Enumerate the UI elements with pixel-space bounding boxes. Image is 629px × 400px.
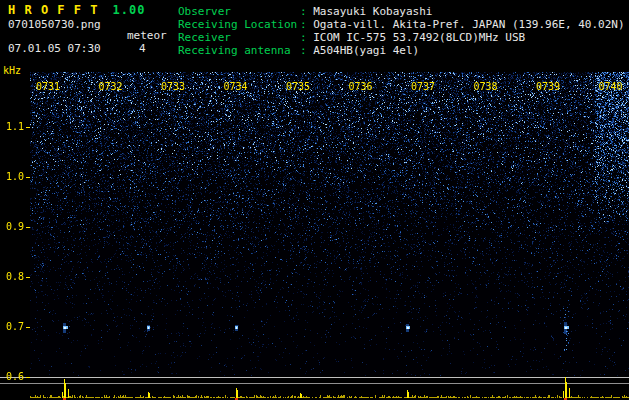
info-colon: : — [300, 31, 313, 44]
freq-tick-label: 0.8 — [0, 271, 24, 282]
info-value: Ogata-vill. Akita-Pref. JAPAN (139.96E, … — [313, 18, 624, 31]
output-filename: 0701050730.png — [8, 18, 101, 31]
meteor-count: 4 — [139, 42, 146, 55]
freq-tick-label: 0.9 — [0, 221, 24, 232]
app-version: 1.00 — [112, 3, 145, 17]
info-label: Receiving antenna — [178, 44, 300, 57]
hrofft-screen: H R O F F T1.00 0701050730.png meteor 07… — [0, 0, 629, 400]
info-label: Receiving Location — [178, 18, 300, 31]
info-colon: : — [300, 44, 313, 57]
y-axis-unit-label: kHz — [3, 65, 21, 76]
info-row: Receiver: ICOM IC-575 53.7492(8LCD)MHz U… — [178, 31, 625, 44]
datetime-label: 07.01.05 07:30 — [8, 42, 101, 55]
mode-label: meteor — [127, 29, 167, 42]
info-colon: : — [300, 5, 313, 18]
info-row: Receiving Location: Ogata-vill. Akita-Pr… — [178, 18, 625, 31]
observer-info-panel: Observer: Masayuki KobayashiReceiving Lo… — [178, 5, 625, 57]
app-title: H R O F F T1.00 — [8, 3, 145, 17]
info-value: ICOM IC-575 53.7492(8LCD)MHz USB — [313, 31, 525, 44]
info-value: Masayuki Kobayashi — [313, 5, 432, 18]
info-label: Receiver — [178, 31, 300, 44]
info-colon: : — [300, 18, 313, 31]
freq-tick-label: 1.1 — [0, 121, 24, 132]
freq-tick-label: 0.7 — [0, 321, 24, 332]
app-name: H R O F F T — [8, 3, 98, 17]
info-label: Observer — [178, 5, 300, 18]
spectrogram-canvas — [30, 72, 629, 376]
freq-tick-label: 1.0 — [0, 171, 24, 182]
info-row: Observer: Masayuki Kobayashi — [178, 5, 625, 18]
info-value: A504HB(yagi 4el) — [313, 44, 419, 57]
info-row: Receiving antenna: A504HB(yagi 4el) — [178, 44, 625, 57]
signal-level-strip-canvas — [0, 376, 629, 400]
